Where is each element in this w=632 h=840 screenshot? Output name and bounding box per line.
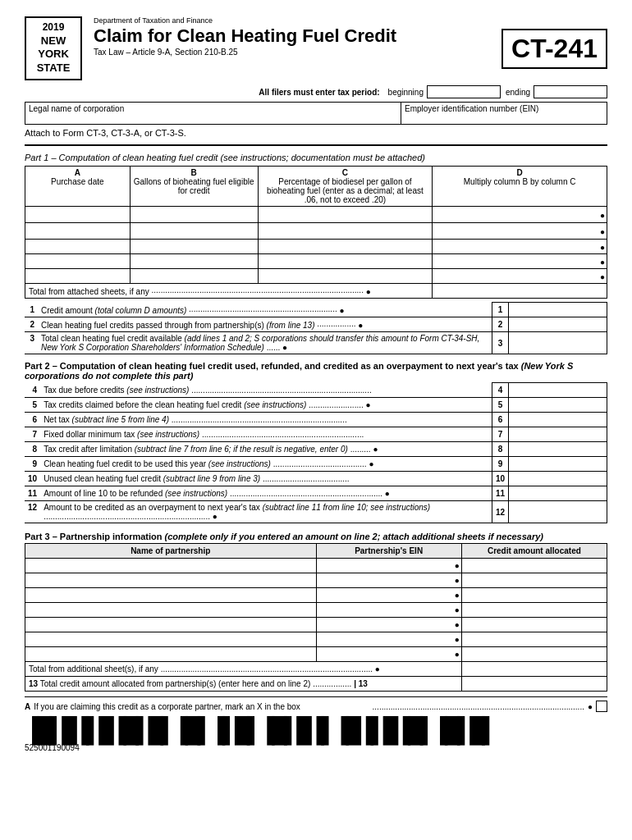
p-name-5[interactable] <box>25 618 317 632</box>
p-credit-1[interactable] <box>461 559 607 573</box>
p-name-4[interactable] <box>25 603 317 618</box>
p-name-2[interactable] <box>25 573 317 588</box>
line7-label: 7 <box>492 427 508 442</box>
table-row: ● <box>25 254 607 269</box>
cell-b5[interactable] <box>130 269 258 284</box>
cell-a2[interactable] <box>25 223 131 240</box>
line7-amount[interactable] <box>509 427 607 442</box>
line2-label: 2 <box>492 317 509 332</box>
p-credit-3[interactable] <box>461 588 607 603</box>
col-partnership-name: Name of partnership <box>25 544 317 559</box>
p3-total-row: Total from additional sheet(s), if any .… <box>25 662 607 677</box>
line10-num: 10 <box>25 472 40 486</box>
cell-a1[interactable] <box>25 207 131 223</box>
cell-a3[interactable] <box>25 240 131 254</box>
cell-b1[interactable] <box>130 207 258 223</box>
legal-name-label: Legal name of corporation <box>29 104 124 113</box>
line-a-desc: If you are claiming this credit as a cor… <box>34 702 372 711</box>
p-credit-2[interactable] <box>461 573 607 588</box>
cell-a5[interactable] <box>25 269 131 284</box>
cell-c5[interactable] <box>258 269 433 284</box>
cell-b2[interactable] <box>130 223 258 240</box>
logo-line3: STATE <box>31 62 76 75</box>
part1-lines-table: 1 Credit amount (total column D amounts)… <box>25 302 607 354</box>
line5-amount[interactable] <box>509 398 607 413</box>
beginning-input[interactable] <box>427 85 501 98</box>
p-credit-4[interactable] <box>461 603 607 618</box>
partnership-row-2: ● <box>25 573 607 588</box>
nys-logo: 2019 NEW YORK STATE <box>25 16 82 80</box>
ein-input[interactable] <box>405 113 603 122</box>
cell-d2: ● <box>433 223 607 240</box>
ending-field: ending <box>506 85 607 98</box>
line2-desc: Clean heating fuel credits passed throug… <box>38 317 492 332</box>
line8-amount[interactable] <box>509 442 607 457</box>
part1-note: (see instructions; documentation must be… <box>220 153 424 162</box>
line13-amount[interactable] <box>461 677 607 692</box>
col-a-label: Purchase date <box>51 177 104 186</box>
line-row-3: 3 Total clean heating fuel credit availa… <box>25 332 607 354</box>
line7-desc: Fixed dollar minimum tax (see instructio… <box>40 427 492 442</box>
line6-amount[interactable] <box>509 413 607 427</box>
year-label: 2019 <box>31 21 76 34</box>
cell-a4[interactable] <box>25 254 131 269</box>
p-name-6[interactable] <box>25 632 317 647</box>
col-a-header: A Purchase date <box>25 167 131 207</box>
line12-label: 12 <box>492 501 508 523</box>
col-b-letter: B <box>134 168 254 177</box>
input-a2[interactable] <box>29 225 126 237</box>
table-row: ● <box>25 207 607 223</box>
line8-num: 8 <box>25 442 40 457</box>
line3-desc: Total clean heating fuel credit availabl… <box>38 332 492 354</box>
part3-header: Part 3 – Partnership information (comple… <box>25 532 607 541</box>
line4-num: 4 <box>25 383 40 398</box>
line1-num: 1 <box>25 303 38 317</box>
line-a-checkbox[interactable] <box>596 701 607 712</box>
line1-desc: Credit amount (total column D amounts) .… <box>38 303 492 317</box>
cell-c1[interactable] <box>258 207 433 223</box>
line11-desc: Amount of line 10 to be refunded (see in… <box>40 486 492 501</box>
input-b1[interactable] <box>134 208 254 221</box>
legal-name-input[interactable] <box>29 113 397 122</box>
table-row: ● <box>25 269 607 284</box>
line-row-12: 12 Amount to be credited as an overpayme… <box>25 501 607 523</box>
input-c1[interactable] <box>262 208 429 221</box>
p3-total-amount[interactable] <box>461 662 607 677</box>
line6-label: 6 <box>492 413 508 427</box>
line12-amount[interactable] <box>509 501 607 523</box>
cell-c2[interactable] <box>258 223 433 240</box>
tax-law: Tax Law – Article 9-A, Section 210-B.25 <box>94 48 501 57</box>
cell-b3[interactable] <box>130 240 258 254</box>
line4-amount[interactable] <box>509 383 607 398</box>
p-credit-5[interactable] <box>461 618 607 632</box>
cell-c3[interactable] <box>258 240 433 254</box>
line10-desc: Unused clean heating fuel credit (subtra… <box>40 472 492 486</box>
cell-c4[interactable] <box>258 254 433 269</box>
line9-amount[interactable] <box>509 457 607 472</box>
header-center: Department of Taxation and Finance Claim… <box>94 16 501 57</box>
partnership-row-1: ● <box>25 559 607 573</box>
p-credit-6[interactable] <box>461 632 607 647</box>
line10-amount[interactable] <box>509 472 607 486</box>
p-name-7[interactable] <box>25 647 317 662</box>
line11-amount[interactable] <box>509 486 607 501</box>
col-c-header: C Percentage of biodiesel per gallon of … <box>258 167 433 207</box>
col-a-letter: A <box>29 168 126 177</box>
ending-input[interactable] <box>534 85 607 98</box>
line9-num: 9 <box>25 457 40 472</box>
tax-period-label: All filers must enter tax period: <box>259 88 379 97</box>
partnership-row-6: ● <box>25 632 607 647</box>
input-a1[interactable] <box>29 208 126 221</box>
line13-desc: 13 Total credit amount allocated from pa… <box>25 677 462 692</box>
total-amount[interactable] <box>433 284 607 299</box>
line2-amount[interactable] <box>509 317 607 332</box>
beginning-label: beginning <box>388 88 424 97</box>
cell-b4[interactable] <box>130 254 258 269</box>
ein-field: Employer identification number (EIN) <box>401 103 607 124</box>
p-name-3[interactable] <box>25 588 317 603</box>
line3-amount[interactable] <box>509 332 607 354</box>
line8-desc: Tax credit after limitation (subtract li… <box>40 442 492 457</box>
line1-amount[interactable] <box>509 303 607 317</box>
p-name-1[interactable] <box>25 559 317 573</box>
p-credit-7[interactable] <box>461 647 607 662</box>
